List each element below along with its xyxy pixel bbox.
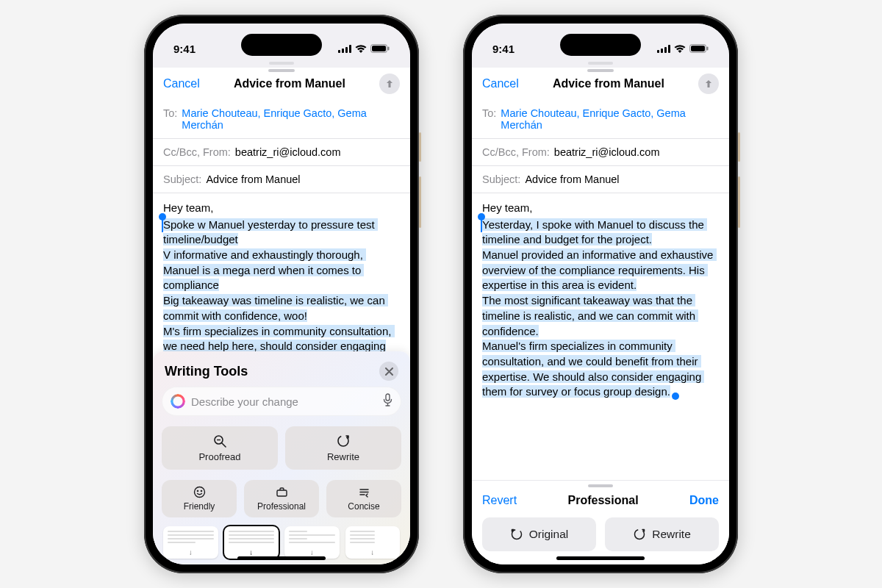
compose-title: Advice from Manuel bbox=[553, 77, 664, 90]
describe-change-input[interactable]: Describe your change bbox=[162, 387, 401, 416]
button-label: Rewrite bbox=[652, 528, 691, 541]
compose-sheet: Cancel Advice from Manuel To: Marie Chou… bbox=[153, 66, 410, 564]
svg-rect-0 bbox=[338, 50, 340, 53]
proofread-icon bbox=[212, 434, 227, 448]
battery-icon bbox=[370, 44, 390, 53]
tile-label: Professional bbox=[257, 501, 306, 512]
home-indicator[interactable] bbox=[237, 556, 326, 560]
to-label: To: bbox=[163, 107, 177, 131]
svg-point-14 bbox=[201, 490, 202, 492]
svg-rect-3 bbox=[349, 45, 351, 53]
ccbcc-field[interactable]: Cc/Bcc, From: beatriz_ri@icloud.com bbox=[472, 139, 729, 166]
briefcase-icon bbox=[276, 486, 288, 498]
tile-label: Proofread bbox=[198, 451, 240, 462]
status-time: 9:41 bbox=[173, 43, 196, 55]
writing-tools-title: Writing Tools bbox=[165, 364, 248, 379]
tile-label: Rewrite bbox=[327, 451, 359, 462]
selected-text: Yesterday, I spoke with Manuel to discus… bbox=[482, 218, 717, 398]
svg-rect-6 bbox=[388, 47, 390, 51]
concise-tile[interactable]: Concise bbox=[326, 480, 401, 517]
arrow-up-icon bbox=[384, 79, 395, 89]
writing-tools-panel: Writing Tools Describe your change Proof… bbox=[153, 351, 410, 564]
send-button[interactable] bbox=[698, 74, 719, 94]
microphone-icon[interactable] bbox=[383, 393, 392, 409]
cellular-icon bbox=[657, 45, 670, 53]
dynamic-island bbox=[241, 34, 322, 56]
wifi-icon bbox=[674, 45, 686, 53]
subject-field[interactable]: Subject: Advice from Manuel bbox=[472, 166, 729, 193]
tile-label: Friendly bbox=[184, 501, 215, 512]
selection-handle-start[interactable] bbox=[478, 213, 485, 220]
compose-sheet: Cancel Advice from Manuel To: Marie Chou… bbox=[472, 66, 729, 564]
to-field[interactable]: To: Marie Chouteau, Enrique Gacto, Gema … bbox=[153, 100, 410, 139]
close-icon bbox=[385, 368, 393, 376]
greeting: Hey team, bbox=[482, 201, 719, 216]
proofread-tile[interactable]: Proofread bbox=[162, 426, 278, 470]
subject-value: Advice from Manuel bbox=[206, 173, 300, 185]
done-button[interactable]: Done bbox=[689, 494, 719, 507]
selection-handle-end[interactable] bbox=[672, 392, 679, 400]
selected-text: Spoke w Manuel yesterday to pressure tes… bbox=[163, 218, 395, 353]
from-email: beatriz_ri@icloud.com bbox=[554, 146, 660, 158]
format-thumb-2[interactable]: ↓ bbox=[224, 526, 279, 559]
svg-rect-21 bbox=[691, 46, 705, 51]
cellular-icon bbox=[338, 45, 351, 53]
battery-icon bbox=[689, 44, 709, 53]
original-button[interactable]: Original bbox=[482, 517, 596, 551]
svg-rect-15 bbox=[277, 490, 287, 496]
svg-rect-1 bbox=[342, 49, 344, 53]
cancel-button[interactable]: Cancel bbox=[163, 77, 200, 90]
revert-button[interactable]: Revert bbox=[482, 494, 517, 507]
from-email: beatriz_ri@icloud.com bbox=[235, 146, 341, 158]
result-mode-label: Professional bbox=[568, 494, 639, 507]
format-thumb-4[interactable]: ↓ bbox=[345, 526, 401, 559]
svg-rect-2 bbox=[345, 47, 348, 53]
close-button[interactable] bbox=[379, 362, 398, 381]
rewrite-icon bbox=[336, 434, 351, 448]
svg-line-9 bbox=[222, 443, 226, 447]
svg-point-12 bbox=[194, 487, 204, 498]
cancel-button[interactable]: Cancel bbox=[482, 77, 519, 90]
apple-intelligence-icon bbox=[171, 394, 185, 409]
status-time: 9:41 bbox=[492, 43, 514, 55]
format-thumb-1[interactable]: ↓ bbox=[163, 526, 218, 559]
ccbcc-label: Cc/Bcc, From: bbox=[163, 146, 231, 158]
rewrite-result-bar: Revert Professional Done Original Rewrit… bbox=[472, 480, 729, 564]
to-label: To: bbox=[482, 107, 496, 131]
ccbcc-label: Cc/Bcc, From: bbox=[482, 146, 550, 158]
subject-label: Subject: bbox=[163, 173, 201, 185]
rewrite-tile[interactable]: Rewrite bbox=[285, 426, 401, 470]
svg-rect-18 bbox=[664, 47, 667, 53]
phone-left: 9:41 Cancel Advice from Manuel To: Marie bbox=[144, 15, 419, 573]
subject-label: Subject: bbox=[482, 173, 520, 185]
svg-point-13 bbox=[197, 490, 198, 492]
original-icon bbox=[510, 528, 523, 541]
svg-rect-7 bbox=[386, 394, 390, 401]
rewrite-again-button[interactable]: Rewrite bbox=[605, 517, 719, 551]
selection-handle-start[interactable] bbox=[159, 213, 166, 220]
tile-label: Concise bbox=[348, 501, 379, 512]
svg-rect-22 bbox=[707, 47, 709, 51]
format-thumbnails: ↓ ↓ ↓ ↓ bbox=[162, 526, 401, 560]
subject-value: Advice from Manuel bbox=[525, 173, 619, 185]
friendly-icon bbox=[193, 486, 206, 498]
to-recipients: Marie Chouteau, Enrique Gacto, Gema Merc… bbox=[501, 107, 719, 131]
input-placeholder: Describe your change bbox=[191, 395, 377, 408]
home-indicator[interactable] bbox=[556, 556, 645, 560]
to-field[interactable]: To: Marie Chouteau, Enrique Gacto, Gema … bbox=[472, 100, 729, 139]
dynamic-island bbox=[560, 34, 641, 56]
to-recipients: Marie Chouteau, Enrique Gacto, Gema Merc… bbox=[182, 107, 400, 131]
format-thumb-3[interactable]: ↓ bbox=[284, 526, 340, 559]
rewrite-icon bbox=[633, 528, 646, 541]
send-button[interactable] bbox=[379, 74, 400, 94]
phone-right: 9:41 Cancel Advice from Manuel To: Marie bbox=[463, 15, 738, 573]
professional-tile[interactable]: Professional bbox=[244, 480, 319, 517]
wifi-icon bbox=[355, 45, 367, 53]
button-label: Original bbox=[529, 528, 568, 541]
concise-icon bbox=[358, 486, 370, 498]
message-body[interactable]: Hey team, Yesterday, I spoke with Manuel… bbox=[472, 193, 729, 480]
friendly-tile[interactable]: Friendly bbox=[162, 480, 237, 517]
svg-rect-16 bbox=[657, 50, 659, 53]
ccbcc-field[interactable]: Cc/Bcc, From: beatriz_ri@icloud.com bbox=[153, 139, 410, 166]
subject-field[interactable]: Subject: Advice from Manuel bbox=[153, 166, 410, 193]
